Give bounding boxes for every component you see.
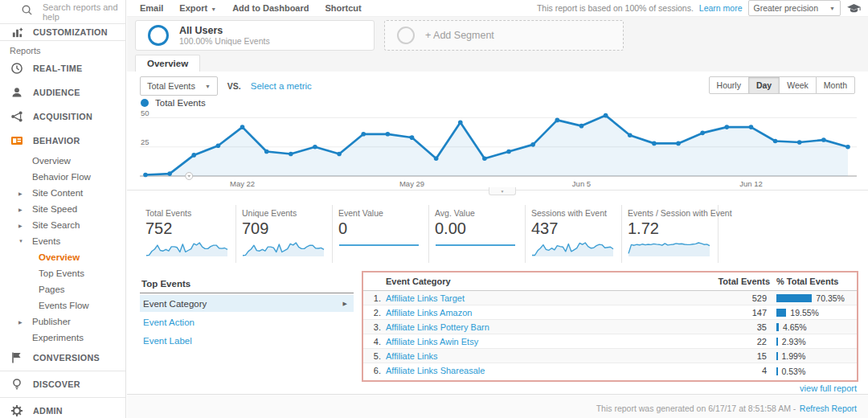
- add-to-dashboard-button[interactable]: Add to Dashboard: [232, 3, 309, 13]
- expander-arrow-icon: ▶: [18, 207, 23, 212]
- network-icon: [10, 110, 23, 123]
- tab-overview[interactable]: Overview: [135, 55, 200, 72]
- pct-bar: [776, 309, 786, 317]
- reports-section-label: Reports: [0, 41, 125, 56]
- sidebar-item-events-flow[interactable]: Events Flow: [0, 297, 125, 314]
- scorecard-value: 1.72: [628, 219, 718, 238]
- metric-selector-dropdown[interactable]: Total Events▼: [140, 76, 218, 96]
- view-full-report-link[interactable]: view full report: [800, 383, 857, 393]
- event-category-link[interactable]: Affiliate Links Target: [386, 293, 465, 303]
- sidebar-item-overview[interactable]: Overview: [0, 153, 125, 169]
- precision-selector[interactable]: Greater precision▼: [748, 0, 841, 16]
- sidebar-item-acquisition[interactable]: ACQUISITION: [0, 104, 125, 129]
- top-events-panel: Top Events Event Category ▶ Event Action…: [140, 276, 354, 349]
- sampling-note: This report is based on 100% of sessions…: [537, 3, 694, 13]
- table-row: 4. Affiliate Links Awin Etsy 22 2.93%: [363, 334, 857, 349]
- add-segment-button[interactable]: + Add Segment: [384, 20, 624, 51]
- select-a-metric-link[interactable]: Select a metric: [251, 81, 312, 91]
- sidebar-item-conversions[interactable]: CONVERSIONS: [0, 346, 125, 370]
- chevron-down-icon: ▼: [211, 6, 216, 12]
- sidebar-divider: [0, 397, 125, 398]
- table-row: 5. Affiliate Links 15 1.99%: [363, 349, 857, 363]
- sidebar-item-site-search[interactable]: ▶ Site Search: [0, 217, 125, 233]
- col-header-total-events[interactable]: Total Events: [715, 273, 770, 291]
- sidebar-search[interactable]: Search reports and help: [0, 0, 125, 24]
- shortcut-button[interactable]: Shortcut: [325, 3, 361, 13]
- vs-label: VS.: [227, 81, 241, 91]
- svg-text:Jun 12: Jun 12: [739, 179, 763, 188]
- sidebar-item-overview[interactable]: Overview: [0, 249, 125, 265]
- sidebar-item-experiments[interactable]: Experiments: [0, 330, 125, 346]
- report-toolbar: Email Export▼ Add to Dashboard Shortcut …: [127, 0, 868, 17]
- expander-arrow-icon: ▶: [18, 191, 23, 196]
- granularity-day[interactable]: Day: [748, 76, 780, 94]
- segment-all-users[interactable]: All Users 100.00% Unique Events: [135, 20, 375, 51]
- scorecard-label: Event Value: [338, 208, 428, 218]
- svg-text:May 29: May 29: [399, 179, 424, 188]
- table-row: 1. Affiliate Links Target 529 70.35%: [363, 291, 857, 305]
- granularity-toggle: HourlyDayWeekMonth: [710, 76, 855, 94]
- export-button[interactable]: Export▼: [179, 3, 216, 13]
- scorecard-label: Events / Session with Event: [628, 208, 718, 218]
- event-category-link[interactable]: Affiliate Links Amazon: [386, 308, 472, 318]
- top-events-row-event-action[interactable]: Event Action: [140, 314, 354, 330]
- sidebar-item-events[interactable]: ▼ Events: [0, 233, 125, 249]
- sidebar-item-real-time[interactable]: REAL-TIME: [0, 56, 125, 80]
- email-button[interactable]: Email: [140, 3, 163, 13]
- legend-label: Total Events: [155, 98, 206, 108]
- legend-dot-icon: [141, 99, 149, 107]
- chart-collapse-handle[interactable]: ▼: [489, 187, 516, 195]
- top-events-row-event-category[interactable]: Event Category ▶: [140, 295, 354, 312]
- person-icon: [10, 86, 23, 99]
- scorecard-value: 0: [338, 219, 428, 238]
- toolbar-right: This report is based on 100% of sessions…: [537, 0, 868, 16]
- col-header-category[interactable]: Event Category: [386, 273, 715, 291]
- search-placeholder: Search reports and help: [43, 2, 125, 22]
- sidebar-item-behavior[interactable]: BEHAVIOR: [0, 129, 125, 153]
- sidebar-item-pages[interactable]: Pages: [0, 281, 125, 297]
- behavior-icon: [10, 134, 23, 147]
- refresh-report-link[interactable]: Refresh Report: [800, 404, 857, 413]
- scorecard-value: 752: [145, 219, 235, 238]
- scorecard[interactable]: Sessions with Event 437: [526, 205, 622, 263]
- top-events-row-event-label[interactable]: Event Label: [140, 332, 354, 349]
- sparkline-chart: [145, 239, 231, 258]
- granularity-month[interactable]: Month: [816, 76, 855, 94]
- toolbar-actions: Email Export▼ Add to Dashboard Shortcut: [127, 3, 362, 13]
- event-category-link[interactable]: Affiliate Links Shareasale: [386, 366, 485, 375]
- sidebar-item-admin[interactable]: ADMIN: [0, 399, 125, 418]
- col-header-pct-total-events[interactable]: % Total Events: [770, 273, 857, 291]
- scorecard-value: 437: [531, 219, 621, 238]
- sidebar-divider: [0, 371, 125, 371]
- sidebar-item-behavior-flow[interactable]: Behavior Flow: [0, 169, 125, 185]
- sidebar-item-label: CUSTOMIZATION: [33, 27, 108, 37]
- granularity-week[interactable]: Week: [779, 76, 817, 94]
- svg-text:50: 50: [141, 109, 149, 117]
- sidebar-item-site-speed[interactable]: ▶ Site Speed: [0, 201, 125, 217]
- analytics-app: Search reports and help CUSTOMIZATION Re…: [0, 0, 868, 418]
- event-category-link[interactable]: Affiliate Links Pottery Barn: [386, 322, 489, 332]
- svg-text:Jun 5: Jun 5: [572, 179, 591, 188]
- sidebar-item-publisher[interactable]: ▶ Publisher: [0, 314, 125, 330]
- add-segment-ring-icon: [397, 27, 415, 44]
- event-category-link[interactable]: Affiliate Links Awin Etsy: [386, 337, 478, 346]
- granularity-hourly[interactable]: Hourly: [709, 76, 749, 94]
- sidebar-item-discover[interactable]: DISCOVER: [0, 372, 125, 396]
- sidebar-item-audience[interactable]: AUDIENCE: [0, 80, 125, 104]
- sidebar-item-top-events[interactable]: Top Events: [0, 265, 125, 281]
- scorecard[interactable]: Unique Events 709: [236, 205, 333, 263]
- sparkline-chart: [338, 239, 424, 258]
- event-category-link[interactable]: Affiliate Links: [386, 351, 438, 361]
- svg-text:25: 25: [141, 137, 149, 146]
- sidebar-item-site-content[interactable]: ▶ Site Content: [0, 185, 125, 201]
- sidebar-item-customization[interactable]: CUSTOMIZATION: [0, 24, 125, 41]
- scorecard[interactable]: Total Events 752: [140, 205, 236, 263]
- scorecard[interactable]: Events / Session with Event 1.72: [622, 205, 719, 263]
- flag-icon: [10, 351, 23, 364]
- scorecard[interactable]: Event Value 0: [333, 205, 429, 263]
- top-events-rows: Event Category ▶ Event Action Event Labe…: [140, 295, 354, 349]
- scorecard-value: 0.00: [435, 219, 525, 238]
- sampling-hat-icon[interactable]: [846, 3, 862, 14]
- learn-more-link[interactable]: Learn more: [699, 3, 743, 13]
- scorecard[interactable]: Avg. Value 0.00: [429, 205, 526, 263]
